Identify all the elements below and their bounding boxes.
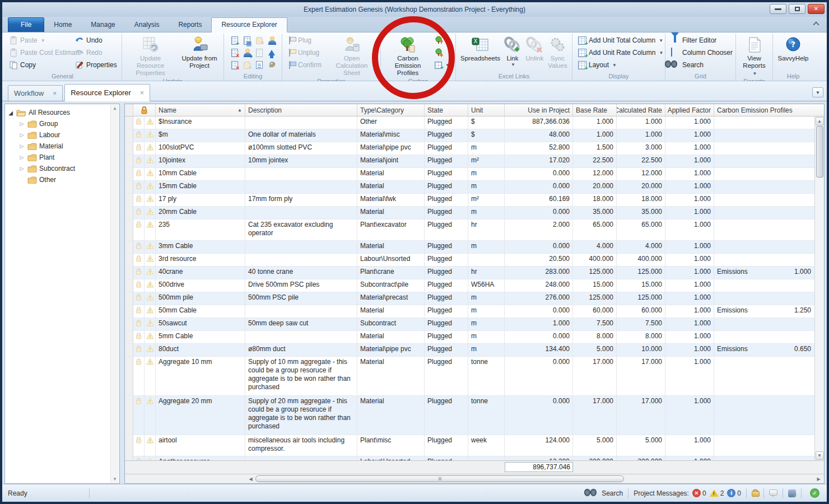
- lock-column-header[interactable]: [133, 104, 156, 116]
- scroll-thumb[interactable]: [255, 475, 624, 482]
- add-unit-total-column-button[interactable]: +Add Unit Total Column▼: [575, 34, 666, 46]
- plug-button[interactable]: Plug: [285, 34, 327, 46]
- tree-item-material[interactable]: ▷Material: [7, 141, 110, 152]
- filter-editor-button[interactable]: Filter Editor: [668, 34, 735, 46]
- tab-reports[interactable]: Reports: [169, 18, 211, 32]
- expander-icon[interactable]: ▷: [18, 132, 25, 138]
- table-row[interactable]: 100slotPVCø100mm slotted PVCMaterial\pip…: [125, 142, 814, 155]
- delete-folder-button[interactable]: ×: [253, 34, 266, 46]
- maximize-button[interactable]: [789, 4, 805, 14]
- tab-home[interactable]: Home: [44, 18, 81, 32]
- edit-grid-button[interactable]: ▦: [241, 34, 253, 46]
- scroll-down-icon[interactable]: ▼: [816, 451, 824, 460]
- status-search-button[interactable]: Search: [602, 489, 623, 497]
- scroll-up-icon[interactable]: ▲: [816, 117, 824, 125]
- close-tab-icon[interactable]: ×: [53, 90, 57, 97]
- row-indicator[interactable]: [125, 241, 133, 253]
- close-button[interactable]: ✕: [808, 4, 825, 14]
- collapse-ribbon-icon[interactable]: [814, 21, 820, 25]
- lock-status-icon[interactable]: [752, 489, 758, 497]
- database-status-icon[interactable]: [788, 489, 796, 497]
- undo-button[interactable]: Undo: [72, 34, 120, 46]
- panel-splitter[interactable]: [120, 104, 124, 484]
- table-row[interactable]: $InsuranceOtherPlugged$887,366.0361.0001…: [125, 116, 814, 129]
- scroll-up-icon[interactable]: ▲: [113, 106, 117, 111]
- carbon-emission-profiles-button[interactable]: Carbon Emission Profiles: [384, 34, 432, 77]
- table-row[interactable]: 10mm CableMaterialPluggedm0.00012.00012.…: [125, 168, 814, 181]
- paste-cost-estimate-button[interactable]: Paste Cost Estimate: [6, 46, 72, 59]
- add-row-button[interactable]: +: [229, 34, 241, 46]
- doc-tab-workflow[interactable]: Workflow×: [8, 85, 63, 101]
- row-indicator[interactable]: [125, 279, 133, 292]
- table-row[interactable]: Another resourceLabour\UnsortedPlugged12…: [125, 456, 814, 460]
- table-row[interactable]: 5mm CableMaterialPluggedm0.0008.0008.000…: [125, 331, 814, 344]
- paste-button[interactable]: Paste▼: [6, 34, 72, 46]
- doc-tab-resource-explorer[interactable]: Resource Explorer×: [64, 84, 150, 101]
- row-indicator[interactable]: [125, 168, 133, 180]
- tree-item-plant[interactable]: ▷Plant: [7, 152, 110, 163]
- grid-horizontal-scrollbar[interactable]: ◀ ▶: [125, 474, 824, 483]
- table-row[interactable]: Aggregate 10 mmSupply of 10 mm aggregate…: [125, 357, 814, 396]
- add-folder-button[interactable]: +: [241, 59, 253, 71]
- row-indicator[interactable]: [125, 396, 133, 435]
- row-indicator[interactable]: [125, 357, 133, 395]
- carbon-profile-up-button[interactable]: [432, 35, 453, 46]
- tree-list-button[interactable]: [253, 59, 266, 71]
- table-row[interactable]: 500driveDrive 500mm PSC pilesSubcontract…: [125, 279, 814, 292]
- expander-icon[interactable]: ▷: [18, 143, 25, 149]
- column-header-calc[interactable]: Calculated Rate: [617, 104, 665, 116]
- row-indicator[interactable]: [125, 292, 133, 305]
- add-carbon-column-button[interactable]: +▼: [432, 59, 453, 71]
- row-indicator[interactable]: [125, 456, 133, 460]
- unplug-button[interactable]: Unplug: [285, 46, 327, 59]
- scroll-right-icon[interactable]: ▶: [814, 475, 823, 482]
- delete-rows-button[interactable]: ×: [229, 59, 241, 71]
- project-messages-label[interactable]: Project Messages:: [634, 489, 689, 497]
- connection-ok-icon[interactable]: ✓: [810, 488, 819, 498]
- column-header-base[interactable]: Base Rate: [573, 104, 617, 116]
- scroll-thumb[interactable]: [816, 126, 823, 178]
- update-resource-properties-button[interactable]: Update Resource Properties: [125, 34, 176, 77]
- expander-icon[interactable]: ▷: [18, 166, 25, 171]
- tree-scrollbar[interactable]: ▲▼: [110, 105, 119, 483]
- table-row[interactable]: airtoolmiscellaneous air tools including…: [125, 435, 814, 456]
- unlink-button[interactable]: Unlink: [523, 34, 546, 62]
- tab-list-dropdown[interactable]: ▼: [812, 87, 823, 97]
- tree-item-labour[interactable]: ▷Labour: [7, 129, 110, 141]
- grid-vertical-scrollbar[interactable]: ▲ ▼: [814, 116, 824, 460]
- open-calculation-sheet-button[interactable]: Open Calculation Sheet: [327, 34, 377, 77]
- column-header-desc[interactable]: Description: [245, 104, 357, 116]
- tree-item-other[interactable]: Other: [7, 174, 110, 185]
- approve-user-button[interactable]: ➜: [241, 46, 253, 59]
- table-row[interactable]: 15mm CableMaterialPluggedm0.00020.00020.…: [125, 181, 814, 194]
- column-header-unit[interactable]: Unit: [468, 104, 505, 116]
- expander-icon[interactable]: ▷: [18, 121, 25, 127]
- table-row[interactable]: 235Cat 235 excavator excluding operatorP…: [125, 220, 814, 241]
- row-indicator[interactable]: [125, 220, 133, 240]
- column-header-state[interactable]: State: [425, 104, 468, 116]
- add-unit-rate-column-button[interactable]: +Add Unit Rate Column▼: [575, 46, 666, 59]
- table-row[interactable]: Aggregate 20 mmSupply of 20 mm aggregate…: [125, 396, 814, 435]
- sync-values-button[interactable]: Sync Values: [546, 34, 569, 69]
- row-indicator[interactable]: [125, 181, 133, 193]
- close-tab-icon[interactable]: ×: [140, 90, 144, 96]
- row-indicator[interactable]: [125, 129, 133, 142]
- row-indicator[interactable]: [125, 344, 133, 356]
- tab-resource-explorer[interactable]: Resource Explorer: [211, 17, 287, 32]
- view-reports-button[interactable]: View Reports ▼: [739, 34, 770, 77]
- table-row[interactable]: 40crane40 tonne cranePlant\cranePluggedh…: [125, 267, 814, 279]
- table-row[interactable]: 80ductø80mm ductMaterial\pipe pvcPlugged…: [125, 344, 814, 357]
- column-header-carbon[interactable]: Carbon Emission Profiles: [714, 104, 814, 116]
- row-indicator[interactable]: [125, 116, 133, 129]
- chat-icon[interactable]: [769, 489, 777, 496]
- tree-item-group[interactable]: ▷Group: [7, 118, 110, 129]
- column-header-factor[interactable]: Applied Factor: [665, 104, 714, 116]
- search-button[interactable]: Search: [668, 59, 735, 71]
- table-row[interactable]: 500mm pile500mm PSC pileMaterial\precast…: [125, 292, 814, 305]
- row-indicator[interactable]: [125, 267, 133, 279]
- tab-file[interactable]: File: [8, 17, 44, 32]
- delete-row-button[interactable]: ×: [229, 46, 241, 59]
- column-chooser-button[interactable]: Column Chooser: [668, 46, 735, 59]
- tools-button[interactable]: [266, 59, 278, 71]
- column-header-type[interactable]: Type\Category: [357, 104, 425, 116]
